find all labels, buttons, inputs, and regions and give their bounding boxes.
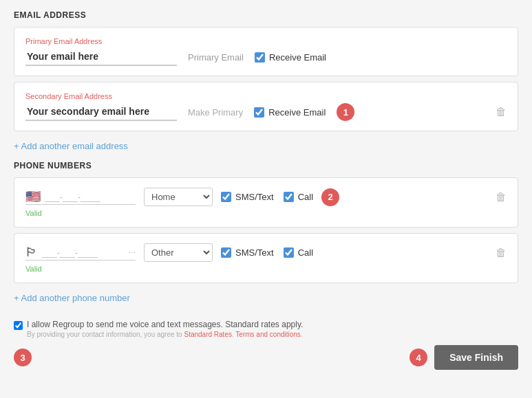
add-email-link[interactable]: + Add another email address [14,141,128,151]
allow-messages-row: I allow Regroup to send me voice and tex… [14,320,518,338]
page-container: EMAIL ADDRESS Primary Email Address Prim… [0,0,532,380]
phone-card-0: 🇺🇸 ___-___-____ Home Work Mobile Other S… [14,177,518,228]
phone-call-group-1: Call [284,247,313,258]
secondary-email-label: Secondary Email Address [25,92,507,100]
secondary-receive-email-checkbox[interactable] [254,107,264,118]
secondary-receive-email-group: Receive Email [254,107,326,118]
footer-badge-3: 3 [14,349,32,366]
save-badge-4: 4 [409,349,427,366]
phone-number-0: ___-___-____ [45,192,136,202]
email-section-title: EMAIL ADDRESS [14,10,518,20]
phone-call-checkbox-0[interactable] [284,192,294,202]
phone-sms-call-1: SMS/Text Call [221,247,313,258]
secondary-email-badge: 1 [337,103,354,121]
phone-call-label-0: Call [298,192,313,202]
bottom-area: 3 4 Save Finish [14,345,518,370]
terms-link[interactable]: Terms and conditions [235,331,301,338]
phone-section-title: PHONE NUMBERS [14,161,518,170]
phone-flag-input-1: 🏳 ___-___-____ ··· [25,245,136,261]
phone-valid-0: Valid [25,209,507,217]
phone-sms-group-1: SMS/Text [221,247,274,258]
phone-type-select-0[interactable]: Home Work Mobile Other [144,188,213,206]
phone-badge-0: 2 [321,188,339,206]
phone-delete-icon-1[interactable]: 🗑 [496,247,507,259]
phone-card-1: 🏳 ___-___-____ ··· Home Work Mobile Othe… [14,233,518,283]
add-phone-link[interactable]: + Add another phone number [14,293,130,303]
phone-flag-input-0: 🇺🇸 ___-___-____ [25,189,136,205]
phone-sms-checkbox-1[interactable] [221,247,231,258]
allow-messages-subtext: By providing your contact information, y… [27,331,303,338]
phone-sms-label-0: SMS/Text [235,192,274,202]
phone-sms-call-0: SMS/Text Call [221,192,313,202]
save-finish-button[interactable]: Save Finish [434,345,518,370]
primary-receive-email-label: Receive Email [269,52,326,63]
secondary-email-input[interactable] [25,103,177,121]
phone-sms-label-1: SMS/Text [235,247,274,258]
make-primary-button[interactable]: Make Primary [188,107,243,118]
secondary-email-delete-icon[interactable]: 🗑 [496,106,507,118]
phone-call-group-0: Call [284,192,313,202]
standard-rates-link[interactable]: Standard Rates [184,331,232,338]
phone-type-select-1[interactable]: Home Work Mobile Other [144,243,213,262]
phone-row-0: 🇺🇸 ___-___-____ Home Work Mobile Other S… [25,188,507,206]
primary-receive-email-checkbox[interactable] [255,52,265,63]
phone-flag-1: 🏳 [25,245,38,260]
primary-email-card: Primary Email Address Primary Email Rece… [14,27,518,76]
phone-delete-icon-0[interactable]: 🗑 [496,191,507,203]
phone-dots-1: ··· [129,247,136,257]
allow-messages-checkbox[interactable] [14,321,23,330]
phone-number-1: ___-___-____ [42,247,125,258]
phone-flag-0: 🇺🇸 [25,189,41,204]
phone-valid-1: Valid [25,265,507,273]
primary-email-label: Primary Email Address [25,37,507,45]
secondary-email-row: Make Primary Receive Email 1 🗑 [25,103,507,121]
phone-sms-checkbox-0[interactable] [221,192,231,202]
phone-sms-group-0: SMS/Text [221,192,274,202]
primary-email-input[interactable] [25,48,177,66]
phone-row-1: 🏳 ___-___-____ ··· Home Work Mobile Othe… [25,243,507,262]
primary-receive-email-group: Receive Email [255,52,326,63]
phone-call-checkbox-1[interactable] [284,247,294,258]
primary-email-row: Primary Email Receive Email [25,48,507,66]
phone-call-label-1: Call [298,247,313,258]
secondary-receive-email-label: Receive Email [268,107,326,118]
primary-email-static-label: Primary Email [188,52,244,63]
secondary-email-card: Secondary Email Address Make Primary Rec… [14,82,518,131]
allow-messages-text: I allow Regroup to send me voice and tex… [27,320,303,329]
